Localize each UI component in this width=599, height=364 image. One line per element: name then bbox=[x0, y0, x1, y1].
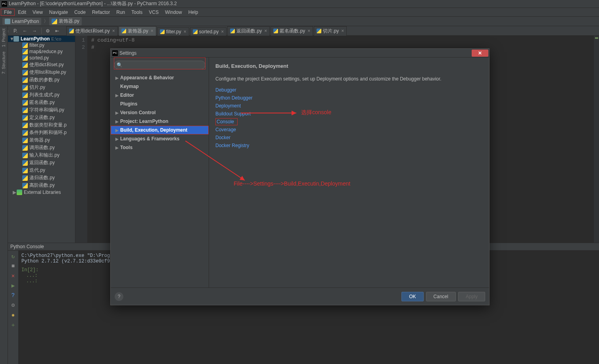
close-icon[interactable]: × bbox=[307, 28, 310, 34]
apply-button[interactable]: Apply bbox=[458, 292, 485, 301]
cat-editor[interactable]: ▶Editor bbox=[111, 91, 209, 100]
link-python-debugger[interactable]: Python Debugger bbox=[215, 94, 483, 102]
tree-file[interactable]: 定义函数.py bbox=[8, 114, 75, 121]
close-icon[interactable]: × bbox=[112, 28, 115, 34]
tree-file[interactable]: map&reduce.py bbox=[8, 48, 75, 55]
cat-tools[interactable]: ▶Tools bbox=[111, 143, 209, 152]
tree-file[interactable]: 高阶函数.py bbox=[8, 182, 75, 189]
link-deployment[interactable]: Deployment bbox=[215, 102, 483, 109]
menu-run[interactable]: Run bbox=[113, 9, 128, 16]
menu-help[interactable]: Help bbox=[185, 9, 202, 16]
close-icon[interactable]: × bbox=[264, 28, 267, 34]
cat-appearance[interactable]: ▶Appearance & Behavior bbox=[111, 73, 209, 82]
editor-tab-2[interactable]: filter.py× bbox=[157, 27, 189, 36]
tree-file[interactable]: 字符串和编码.py bbox=[8, 106, 75, 114]
menu-tools[interactable]: Tools bbox=[128, 9, 146, 16]
settings-icon[interactable]: ⚙ bbox=[12, 302, 15, 308]
menu-view[interactable]: View bbox=[29, 9, 46, 16]
settings-search-field[interactable] bbox=[124, 62, 203, 68]
console-output[interactable]: C:\Python27\python.exe "D:\Prog Python 2… bbox=[18, 251, 113, 364]
window-titlebar: PC LearnPython - [E:\code\python\LearnPy… bbox=[0, 0, 599, 8]
tree-file[interactable]: 调用函数.py bbox=[8, 144, 75, 151]
tree-file[interactable]: sorted.py bbox=[8, 55, 75, 61]
toolbar-btn-back[interactable]: ← bbox=[21, 27, 29, 35]
editor-tab-3[interactable]: sorted.py× bbox=[190, 27, 227, 36]
dialog-titlebar[interactable]: PC Settings ✕ bbox=[111, 49, 489, 57]
link-docker[interactable]: Docker bbox=[215, 134, 483, 141]
stripe-structure[interactable]: 7: Structure bbox=[0, 49, 7, 77]
rerun-icon[interactable]: ↻ bbox=[12, 253, 15, 260]
link-docker-registry[interactable]: Docker Registry bbox=[215, 142, 483, 149]
python-file-icon bbox=[22, 160, 28, 166]
menu-code[interactable]: Code bbox=[71, 9, 89, 16]
tree-file[interactable]: 函数的参数.py bbox=[8, 76, 75, 84]
cat-plugins[interactable]: Plugins bbox=[111, 100, 209, 108]
link-console[interactable]: Console bbox=[215, 118, 238, 125]
menu-edit[interactable]: Edit bbox=[15, 9, 29, 16]
cat-keymap[interactable]: Keymap bbox=[111, 82, 209, 91]
dialog-close-button[interactable]: ✕ bbox=[472, 50, 488, 57]
code-line-1: # coding=utf-8 bbox=[91, 37, 593, 44]
tree-file[interactable]: 返回函数.py bbox=[8, 159, 75, 167]
tree-file[interactable]: 条件判断和循环.p bbox=[8, 129, 75, 136]
close-icon[interactable]: × bbox=[341, 28, 344, 34]
close-icon[interactable]: × bbox=[151, 28, 154, 34]
menu-file[interactable]: File bbox=[1, 9, 15, 16]
help-icon[interactable]: ? bbox=[12, 292, 15, 299]
chevron-right-icon[interactable]: ▶ bbox=[13, 190, 17, 195]
menu-refactor[interactable]: Refactor bbox=[89, 9, 113, 16]
tree-file[interactable]: 列表生成式.py bbox=[8, 91, 75, 99]
folder-icon bbox=[5, 19, 10, 24]
cancel-button[interactable]: Cancel bbox=[426, 292, 456, 301]
cat-version-control[interactable]: ▶Version Control bbox=[111, 108, 209, 117]
editor-tab-6[interactable]: 切片.py× bbox=[314, 26, 347, 36]
chevron-down-icon[interactable]: ▼ bbox=[10, 36, 13, 42]
add-icon[interactable]: ＋ bbox=[10, 322, 16, 329]
editor-gutter: 1 2 bbox=[75, 36, 87, 243]
tree-file[interactable]: 输入和输出.py bbox=[8, 151, 75, 159]
settings-search-input[interactable]: 🔍 bbox=[114, 61, 205, 69]
menu-window[interactable]: Window bbox=[162, 9, 185, 16]
link-buildout[interactable]: Buildout Support bbox=[215, 110, 483, 117]
tree-file[interactable]: 使用list和tuple.py bbox=[8, 69, 75, 76]
tree-file[interactable]: 装饰器.py bbox=[8, 136, 75, 144]
ok-button[interactable]: OK bbox=[401, 292, 423, 301]
main-menubar[interactable]: File Edit View Navigate Code Refactor Ru… bbox=[0, 8, 599, 17]
editor-tab-5[interactable]: 匿名函数.py× bbox=[271, 26, 313, 36]
stripe-project[interactable]: 1: Project bbox=[0, 26, 7, 49]
settings-category-list[interactable]: 🔍 ▶Appearance & Behavior Keymap ▶Editor … bbox=[111, 57, 209, 287]
tree-file[interactable]: 切片.py bbox=[8, 84, 75, 91]
tree-root[interactable]: ▼ LearnPython E:\co bbox=[8, 36, 75, 42]
tree-file[interactable]: 数据类型和变量.p bbox=[8, 121, 75, 129]
dialog-help-button[interactable]: ? bbox=[115, 292, 123, 301]
toolbar-btn-fwd[interactable]: → bbox=[30, 27, 39, 35]
debug-icon[interactable]: ✸ bbox=[12, 312, 15, 318]
close-icon[interactable]: × bbox=[184, 29, 186, 34]
menu-vcs[interactable]: VCS bbox=[146, 9, 162, 16]
cat-project[interactable]: ▶Project: LearnPython bbox=[111, 117, 209, 126]
cat-languages[interactable]: ▶Languages & Frameworks bbox=[111, 134, 209, 143]
breadcrumb-root[interactable]: LearnPython bbox=[2, 18, 41, 25]
close-icon[interactable]: ✕ bbox=[12, 272, 15, 279]
cat-build-execution-deployment[interactable]: ▶Build, Execution, Deployment bbox=[111, 126, 209, 134]
tree-file[interactable]: filter.py bbox=[8, 42, 75, 48]
tree-file[interactable]: 匿名函数.py bbox=[8, 99, 75, 106]
tree-file[interactable]: 使用dict和set.py bbox=[8, 61, 75, 69]
tree-external-libs[interactable]: ▶ External Libraries bbox=[8, 189, 75, 195]
breadcrumb-file[interactable]: 装饰器.py bbox=[49, 17, 82, 25]
editor-tab-4[interactable]: 返回函数.py× bbox=[227, 26, 270, 36]
tree-file[interactable]: 迭代.py bbox=[8, 167, 75, 174]
editor-tab-0[interactable]: 使用dict和set.py× bbox=[66, 26, 118, 36]
close-icon[interactable]: × bbox=[221, 29, 224, 34]
link-coverage[interactable]: Coverage bbox=[215, 126, 483, 133]
toolbar-btn-collapse[interactable]: ⇤ bbox=[53, 27, 61, 35]
toolbar-btn-gear[interactable]: ⚙ bbox=[43, 27, 52, 35]
menu-navigate[interactable]: Navigate bbox=[46, 9, 71, 16]
editor-tab-1[interactable]: 装饰器.py× bbox=[119, 26, 156, 36]
link-debugger[interactable]: Debugger bbox=[215, 86, 483, 94]
toolbar-btn-py[interactable]: P. bbox=[11, 27, 20, 35]
stop-icon[interactable]: ■ bbox=[12, 263, 15, 269]
run-icon[interactable]: ▶ bbox=[12, 282, 15, 289]
project-tree[interactable]: ▼ LearnPython E:\co filter.pymap&reduce.… bbox=[8, 36, 75, 243]
tree-file[interactable]: 递归函数.py bbox=[8, 174, 75, 182]
